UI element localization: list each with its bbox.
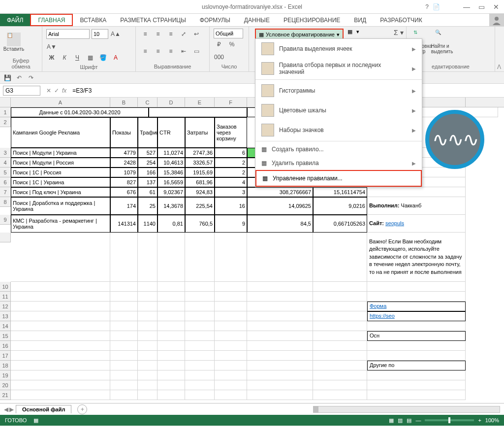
row-header[interactable]: 19 bbox=[0, 370, 11, 380]
cell[interactable]: 84,5 bbox=[247, 215, 313, 233]
cell[interactable] bbox=[110, 351, 138, 361]
cell[interactable]: 527 bbox=[138, 148, 158, 158]
cf-highlight-rules[interactable]: Правила выделения ячеек▶ bbox=[255, 39, 422, 59]
cell[interactable] bbox=[110, 380, 138, 390]
cell[interactable]: Поиск | Модули | Россия bbox=[11, 158, 110, 168]
cell[interactable]: Поиск | Под ключ | Украина bbox=[11, 187, 110, 197]
cell[interactable]: 2428 bbox=[110, 158, 138, 168]
cell[interactable]: Кампания Google Реклама bbox=[11, 117, 110, 148]
cell[interactable] bbox=[138, 370, 158, 380]
cell[interactable]: 4779 bbox=[110, 148, 138, 158]
cell[interactable]: 14,09625 bbox=[247, 197, 313, 215]
cell[interactable]: Другие по bbox=[367, 361, 466, 370]
cell[interactable] bbox=[138, 331, 158, 341]
indent-dec-icon[interactable]: ⇤ bbox=[178, 46, 189, 57]
cell[interactable] bbox=[185, 351, 215, 361]
cell[interactable] bbox=[247, 370, 313, 380]
cell[interactable] bbox=[158, 380, 185, 390]
view-layout-icon[interactable]: ▥ bbox=[398, 417, 403, 424]
cf-icon-sets[interactable]: Наборы значков▶ bbox=[255, 120, 422, 140]
cell[interactable] bbox=[110, 331, 138, 341]
tab-review[interactable]: РЕЦЕНЗИРОВАНИЕ bbox=[277, 14, 347, 26]
row-header[interactable]: 5 bbox=[0, 168, 11, 177]
cell[interactable] bbox=[313, 292, 367, 302]
cell[interactable] bbox=[11, 233, 110, 282]
cell[interactable] bbox=[367, 282, 466, 292]
cell[interactable] bbox=[313, 351, 367, 361]
cell[interactable] bbox=[247, 292, 313, 302]
cell[interactable] bbox=[158, 390, 185, 400]
cell[interactable]: 681,96 bbox=[185, 177, 215, 187]
cell[interactable] bbox=[367, 370, 466, 380]
row-header[interactable]: 3 bbox=[0, 148, 11, 158]
cell[interactable] bbox=[215, 321, 247, 331]
cell[interactable]: 25 bbox=[138, 197, 158, 215]
row-header[interactable]: 4 bbox=[0, 158, 11, 168]
cell[interactable] bbox=[11, 390, 110, 400]
cell[interactable] bbox=[185, 370, 215, 380]
cell[interactable]: 3 bbox=[215, 187, 247, 197]
fx-icon[interactable]: fx bbox=[62, 87, 66, 94]
cell[interactable] bbox=[110, 390, 138, 400]
row-header[interactable]: 10 bbox=[0, 282, 11, 292]
cell[interactable] bbox=[215, 282, 247, 292]
cell[interactable]: 225,54 bbox=[185, 197, 215, 215]
cell[interactable]: 6 bbox=[215, 148, 247, 158]
cell[interactable] bbox=[110, 311, 138, 321]
cell[interactable] bbox=[138, 361, 158, 370]
cell[interactable]: Сайт: seopuls bbox=[367, 215, 466, 233]
row-header[interactable]: 15 bbox=[0, 331, 11, 341]
wrap-icon[interactable]: ↩ bbox=[191, 29, 202, 39]
cell[interactable] bbox=[247, 331, 313, 341]
cell[interactable]: Трафик bbox=[138, 117, 158, 148]
undo-icon[interactable]: ↶ bbox=[15, 73, 24, 82]
cell[interactable]: 2 bbox=[215, 158, 247, 168]
cell[interactable] bbox=[185, 292, 215, 302]
row-header[interactable]: 11 bbox=[0, 292, 11, 302]
view-normal-icon[interactable]: ▦ bbox=[389, 417, 394, 424]
cell[interactable] bbox=[149, 107, 247, 117]
cell[interactable] bbox=[158, 311, 185, 321]
cell[interactable] bbox=[247, 302, 313, 311]
cell[interactable] bbox=[215, 361, 247, 370]
cell[interactable] bbox=[11, 380, 110, 390]
cell[interactable]: 10,4613 bbox=[158, 158, 185, 168]
cell[interactable]: 308,2766667 bbox=[247, 187, 313, 197]
row-header[interactable]: 6 bbox=[0, 177, 11, 187]
cell[interactable]: 11,0274 bbox=[158, 148, 185, 158]
cf-new-rule[interactable]: ▦Создать правило... bbox=[255, 142, 422, 156]
cell[interactable]: 760,5 bbox=[185, 215, 215, 233]
cell[interactable]: Данные с 01.04.2020-30.04.2020 bbox=[11, 107, 149, 117]
cell[interactable]: 1079 bbox=[110, 168, 138, 177]
cell[interactable] bbox=[313, 390, 367, 400]
cell[interactable] bbox=[138, 282, 158, 292]
cell[interactable] bbox=[247, 351, 313, 361]
insert-cells-button[interactable]: ▦ ▾ bbox=[347, 29, 359, 35]
cell[interactable]: 1140 bbox=[138, 215, 158, 233]
cell[interactable] bbox=[215, 351, 247, 361]
cell[interactable]: 254 bbox=[138, 158, 158, 168]
cell[interactable]: 2747,36 bbox=[185, 148, 215, 158]
cell[interactable] bbox=[185, 311, 215, 321]
cancel-formula-icon[interactable]: ✕ bbox=[46, 87, 51, 94]
cell[interactable] bbox=[313, 370, 367, 380]
cell[interactable] bbox=[11, 370, 110, 380]
cell[interactable] bbox=[215, 233, 247, 282]
row-header[interactable]: 14 bbox=[0, 321, 11, 331]
cell[interactable] bbox=[158, 331, 185, 341]
row-header[interactable] bbox=[0, 233, 11, 242]
autosum-icon[interactable]: Σ ▾ bbox=[394, 29, 404, 36]
align-right-icon[interactable]: ≡ bbox=[165, 46, 176, 57]
currency-icon[interactable]: ₽ bbox=[214, 39, 224, 50]
align-bot-icon[interactable]: ≡ bbox=[165, 29, 176, 39]
number-format-select[interactable]: Общий bbox=[214, 29, 243, 38]
cell[interactable] bbox=[185, 302, 215, 311]
cell[interactable]: 1915,69 bbox=[185, 168, 215, 177]
redo-icon[interactable]: ↷ bbox=[27, 73, 35, 82]
cell[interactable] bbox=[158, 233, 185, 282]
cell[interactable]: 16 bbox=[215, 197, 247, 215]
cell[interactable]: 137 bbox=[138, 177, 158, 187]
cell[interactable]: Осн bbox=[367, 331, 466, 341]
cf-top-bottom-rules[interactable]: Правила отбора первых и последних значен… bbox=[255, 59, 422, 78]
sheet-tab[interactable]: Основной файл bbox=[16, 405, 71, 413]
